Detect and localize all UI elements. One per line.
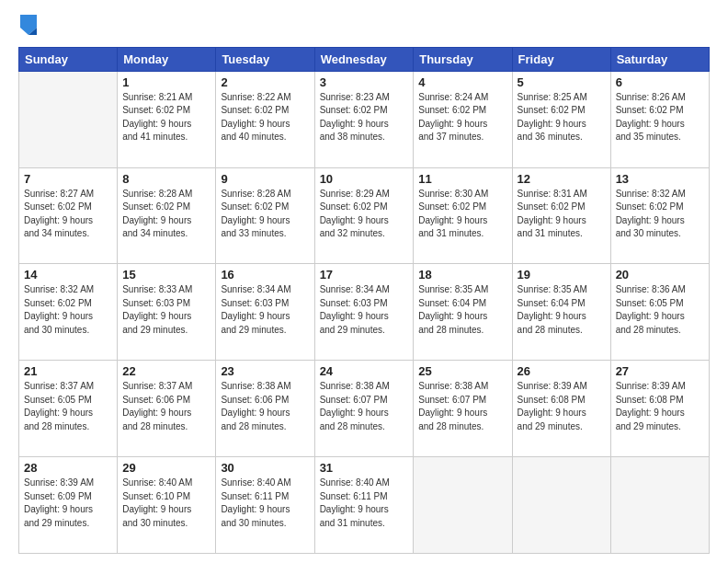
- calendar-cell: 22Sunrise: 8:37 AMSunset: 6:06 PMDayligh…: [118, 361, 216, 457]
- logo-text: [18, 18, 37, 40]
- day-number: 4: [418, 75, 506, 89]
- calendar-cell: 4Sunrise: 8:24 AMSunset: 6:02 PMDaylight…: [414, 71, 512, 167]
- day-number: 14: [24, 268, 112, 282]
- day-number: 22: [122, 364, 210, 378]
- calendar-cell: 11Sunrise: 8:30 AMSunset: 6:02 PMDayligh…: [414, 167, 512, 264]
- day-info: Sunrise: 8:22 AMSunset: 6:02 PMDaylight:…: [221, 91, 309, 144]
- weekday-tuesday: Tuesday: [216, 47, 314, 71]
- day-info: Sunrise: 8:32 AMSunset: 6:02 PMDaylight:…: [616, 188, 704, 241]
- day-number: 7: [24, 172, 112, 186]
- week-row-5: 28Sunrise: 8:39 AMSunset: 6:09 PMDayligh…: [19, 457, 710, 554]
- day-info: Sunrise: 8:39 AMSunset: 6:08 PMDaylight:…: [616, 380, 704, 433]
- day-info: Sunrise: 8:28 AMSunset: 6:02 PMDaylight:…: [122, 188, 210, 241]
- day-number: 19: [518, 268, 606, 282]
- day-number: 25: [418, 364, 506, 378]
- weekday-sunday: Sunday: [19, 47, 118, 71]
- day-number: 17: [320, 268, 409, 282]
- day-info: Sunrise: 8:38 AMSunset: 6:06 PMDaylight:…: [221, 380, 309, 433]
- day-info: Sunrise: 8:24 AMSunset: 6:02 PMDaylight:…: [418, 91, 506, 144]
- weekday-monday: Monday: [118, 47, 216, 71]
- day-info: Sunrise: 8:29 AMSunset: 6:02 PMDaylight:…: [320, 188, 409, 241]
- day-number: 18: [418, 268, 506, 282]
- day-info: Sunrise: 8:39 AMSunset: 6:08 PMDaylight:…: [518, 380, 606, 433]
- calendar-cell: 25Sunrise: 8:38 AMSunset: 6:07 PMDayligh…: [414, 361, 512, 457]
- weekday-header-row: SundayMondayTuesdayWednesdayThursdayFrid…: [19, 47, 710, 71]
- day-number: 12: [518, 172, 606, 186]
- header: [18, 15, 710, 40]
- day-number: 6: [616, 75, 704, 89]
- day-number: 31: [320, 461, 409, 475]
- day-number: 30: [221, 461, 309, 475]
- day-info: Sunrise: 8:40 AMSunset: 6:10 PMDaylight:…: [122, 477, 210, 530]
- day-number: 1: [122, 75, 210, 89]
- calendar-cell: [19, 71, 118, 167]
- weekday-saturday: Saturday: [610, 47, 709, 71]
- day-info: Sunrise: 8:35 AMSunset: 6:04 PMDaylight:…: [418, 283, 506, 337]
- calendar-cell: 10Sunrise: 8:29 AMSunset: 6:02 PMDayligh…: [314, 167, 414, 264]
- day-number: 13: [616, 172, 704, 186]
- week-row-3: 14Sunrise: 8:32 AMSunset: 6:02 PMDayligh…: [19, 264, 710, 361]
- calendar-cell: 1Sunrise: 8:21 AMSunset: 6:02 PMDaylight…: [118, 71, 216, 167]
- calendar-cell: 23Sunrise: 8:38 AMSunset: 6:06 PMDayligh…: [216, 361, 314, 457]
- day-info: Sunrise: 8:34 AMSunset: 6:03 PMDaylight:…: [221, 283, 309, 337]
- calendar-cell: 29Sunrise: 8:40 AMSunset: 6:10 PMDayligh…: [118, 457, 216, 554]
- calendar-cell: 18Sunrise: 8:35 AMSunset: 6:04 PMDayligh…: [414, 264, 512, 361]
- calendar-cell: 16Sunrise: 8:34 AMSunset: 6:03 PMDayligh…: [216, 264, 314, 361]
- day-number: 21: [24, 364, 112, 378]
- week-row-2: 7Sunrise: 8:27 AMSunset: 6:02 PMDaylight…: [19, 167, 710, 264]
- calendar-cell: 13Sunrise: 8:32 AMSunset: 6:02 PMDayligh…: [610, 167, 709, 264]
- day-info: Sunrise: 8:38 AMSunset: 6:07 PMDaylight:…: [418, 380, 506, 433]
- logo: [18, 18, 37, 40]
- calendar-cell: 24Sunrise: 8:38 AMSunset: 6:07 PMDayligh…: [314, 361, 414, 457]
- day-number: 10: [320, 172, 409, 186]
- day-number: 5: [518, 75, 606, 89]
- day-info: Sunrise: 8:34 AMSunset: 6:03 PMDaylight:…: [320, 283, 409, 337]
- calendar-cell: 3Sunrise: 8:23 AMSunset: 6:02 PMDaylight…: [314, 71, 414, 167]
- calendar-cell: 8Sunrise: 8:28 AMSunset: 6:02 PMDaylight…: [118, 167, 216, 264]
- week-row-4: 21Sunrise: 8:37 AMSunset: 6:05 PMDayligh…: [19, 361, 710, 457]
- calendar-cell: 9Sunrise: 8:28 AMSunset: 6:02 PMDaylight…: [216, 167, 314, 264]
- calendar-cell: 2Sunrise: 8:22 AMSunset: 6:02 PMDaylight…: [216, 71, 314, 167]
- day-number: 26: [518, 364, 606, 378]
- day-number: 9: [221, 172, 309, 186]
- calendar-cell: [512, 457, 610, 554]
- logo-icon: [20, 15, 37, 35]
- calendar-cell: 26Sunrise: 8:39 AMSunset: 6:08 PMDayligh…: [512, 361, 610, 457]
- page: SundayMondayTuesdayWednesdayThursdayFrid…: [0, 0, 728, 563]
- week-row-1: 1Sunrise: 8:21 AMSunset: 6:02 PMDaylight…: [19, 71, 710, 167]
- day-info: Sunrise: 8:28 AMSunset: 6:02 PMDaylight:…: [221, 188, 309, 241]
- day-info: Sunrise: 8:36 AMSunset: 6:05 PMDaylight:…: [616, 283, 704, 337]
- calendar-cell: 30Sunrise: 8:40 AMSunset: 6:11 PMDayligh…: [216, 457, 314, 554]
- day-number: 11: [418, 172, 506, 186]
- day-number: 3: [320, 75, 409, 89]
- day-info: Sunrise: 8:27 AMSunset: 6:02 PMDaylight:…: [24, 188, 112, 241]
- calendar-cell: 19Sunrise: 8:35 AMSunset: 6:04 PMDayligh…: [512, 264, 610, 361]
- calendar-cell: 21Sunrise: 8:37 AMSunset: 6:05 PMDayligh…: [19, 361, 118, 457]
- calendar-cell: 27Sunrise: 8:39 AMSunset: 6:08 PMDayligh…: [610, 361, 709, 457]
- day-number: 16: [221, 268, 309, 282]
- day-info: Sunrise: 8:26 AMSunset: 6:02 PMDaylight:…: [616, 91, 704, 144]
- calendar-cell: 14Sunrise: 8:32 AMSunset: 6:02 PMDayligh…: [19, 264, 118, 361]
- day-info: Sunrise: 8:40 AMSunset: 6:11 PMDaylight:…: [221, 477, 309, 530]
- calendar-table: SundayMondayTuesdayWednesdayThursdayFrid…: [18, 47, 710, 554]
- day-info: Sunrise: 8:31 AMSunset: 6:02 PMDaylight:…: [518, 188, 606, 241]
- day-info: Sunrise: 8:38 AMSunset: 6:07 PMDaylight:…: [320, 380, 409, 433]
- calendar-cell: 5Sunrise: 8:25 AMSunset: 6:02 PMDaylight…: [512, 71, 610, 167]
- day-info: Sunrise: 8:35 AMSunset: 6:04 PMDaylight:…: [518, 283, 606, 337]
- day-info: Sunrise: 8:33 AMSunset: 6:03 PMDaylight:…: [122, 283, 210, 337]
- day-info: Sunrise: 8:40 AMSunset: 6:11 PMDaylight:…: [320, 477, 409, 530]
- day-number: 29: [122, 461, 210, 475]
- calendar-cell: 15Sunrise: 8:33 AMSunset: 6:03 PMDayligh…: [118, 264, 216, 361]
- day-info: Sunrise: 8:32 AMSunset: 6:02 PMDaylight:…: [24, 283, 112, 337]
- day-number: 23: [221, 364, 309, 378]
- calendar-cell: 28Sunrise: 8:39 AMSunset: 6:09 PMDayligh…: [19, 457, 118, 554]
- calendar-cell: 6Sunrise: 8:26 AMSunset: 6:02 PMDaylight…: [610, 71, 709, 167]
- day-info: Sunrise: 8:23 AMSunset: 6:02 PMDaylight:…: [320, 91, 409, 144]
- day-number: 24: [320, 364, 409, 378]
- weekday-wednesday: Wednesday: [314, 47, 414, 71]
- calendar-cell: [414, 457, 512, 554]
- calendar-cell: 12Sunrise: 8:31 AMSunset: 6:02 PMDayligh…: [512, 167, 610, 264]
- day-number: 2: [221, 75, 309, 89]
- day-number: 8: [122, 172, 210, 186]
- calendar-cell: 17Sunrise: 8:34 AMSunset: 6:03 PMDayligh…: [314, 264, 414, 361]
